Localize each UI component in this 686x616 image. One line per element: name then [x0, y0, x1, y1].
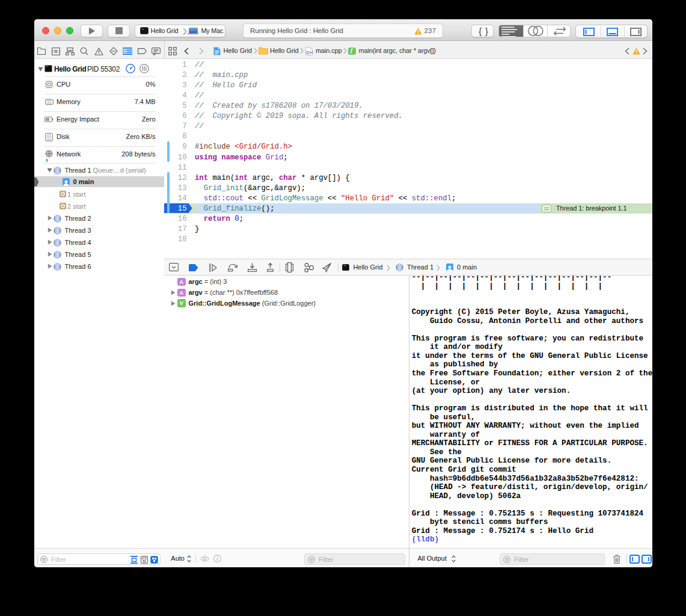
- svg-text:C++: C++: [307, 50, 313, 54]
